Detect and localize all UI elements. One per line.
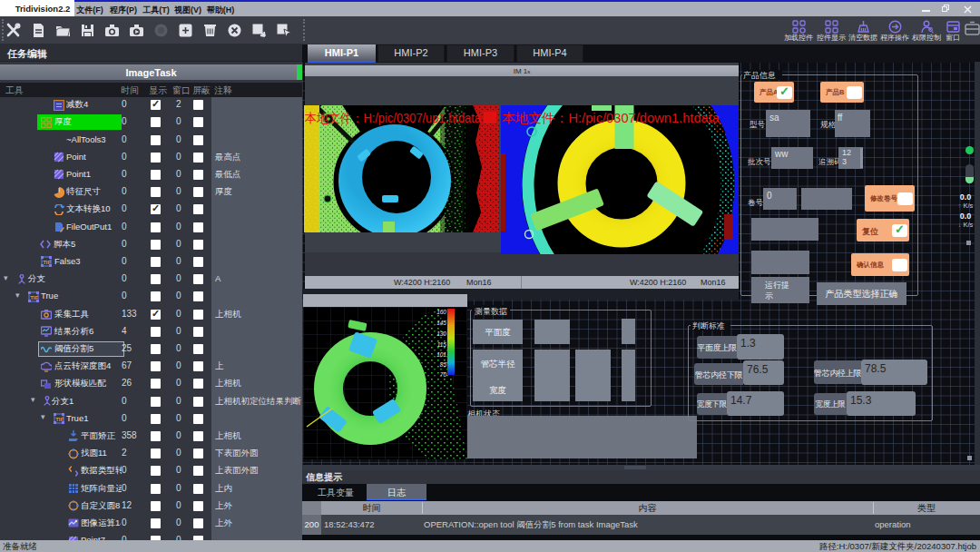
svg-text:101: 101 <box>436 351 446 358</box>
svg-text:本地文件：H:/pic/0307/down1.htdata: 本地文件：H:/pic/0307/down1.htdata <box>502 111 720 125</box>
svg-text:TIF: TIF <box>30 294 38 300</box>
svg-text:145: 145 <box>436 320 446 326</box>
svg-text:160: 160 <box>436 309 446 315</box>
svg-text:70: 70 <box>440 371 447 378</box>
svg-text:TIF: TIF <box>55 417 64 422</box>
svg-text:130: 130 <box>436 330 446 337</box>
svg-text:本地文件：H:/pic/0307/up1.htdata: 本地文件：H:/pic/0307/up1.htdata <box>304 111 481 125</box>
svg-text:115: 115 <box>437 341 447 348</box>
svg-text:85: 85 <box>440 361 447 368</box>
svg-text:TIF: TIF <box>43 260 51 265</box>
